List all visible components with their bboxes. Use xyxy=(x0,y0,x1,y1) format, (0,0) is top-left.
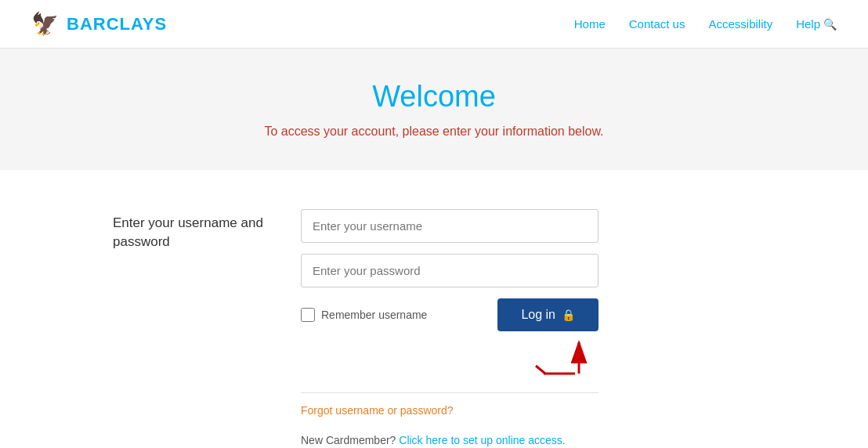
new-member-text: New Cardmember? Click here to set up onl… xyxy=(301,428,599,446)
username-input[interactable] xyxy=(301,209,599,243)
hero-title: Welcome xyxy=(16,80,852,114)
svg-line-3 xyxy=(536,366,545,374)
new-member-label: New Cardmember? xyxy=(301,434,396,446)
forgot-link[interactable]: Forgot username or password? xyxy=(301,392,599,417)
arrow-annotation xyxy=(301,334,599,381)
remember-login-row: Remember username Log in 🔒 xyxy=(301,298,599,331)
nav-links: Home Contact us Accessibility Help 🔍 xyxy=(574,17,837,31)
nav-contact[interactable]: Contact us xyxy=(629,17,685,31)
form-area: Remember username Log in 🔒 Forgot xyxy=(301,209,599,446)
hero-banner: Welcome To access your account, please e… xyxy=(0,49,868,170)
remember-label: Remember username xyxy=(321,309,427,321)
logo-text: BARCLAYS xyxy=(67,14,167,34)
new-member-link[interactable]: Click here to set up online access. xyxy=(399,434,565,446)
login-button-label: Log in xyxy=(521,308,555,322)
header: 🦅 BARCLAYS Home Contact us Accessibility… xyxy=(0,0,868,49)
hero-subtitle: To access your account, please enter you… xyxy=(16,125,852,139)
remember-area: Remember username xyxy=(301,308,427,322)
logo-area: 🦅 BARCLAYS xyxy=(31,11,167,37)
form-section-label: Enter your username andpassword xyxy=(113,209,269,251)
main-content: Enter your username andpassword Remember… xyxy=(81,170,787,448)
red-arrow-icon xyxy=(528,334,591,378)
remember-checkbox[interactable] xyxy=(301,308,315,322)
nav-home[interactable]: Home xyxy=(574,17,606,31)
search-icon[interactable]: 🔍 xyxy=(823,18,837,31)
nav-accessibility[interactable]: Accessibility xyxy=(708,17,772,31)
lock-icon: 🔒 xyxy=(562,309,575,321)
barclays-eagle-icon: 🦅 xyxy=(31,11,59,37)
password-input[interactable] xyxy=(301,254,599,287)
login-button[interactable]: Log in 🔒 xyxy=(497,298,599,331)
nav-help-area[interactable]: Help 🔍 xyxy=(796,17,837,31)
nav-help-label: Help xyxy=(796,17,820,31)
